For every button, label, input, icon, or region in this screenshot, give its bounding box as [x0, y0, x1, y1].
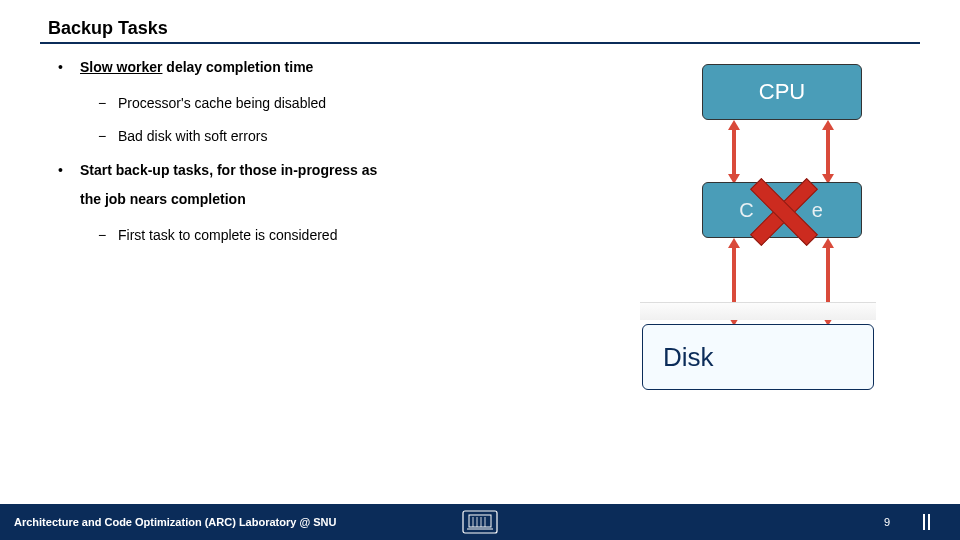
footer-lab-text: Architecture and Code Optimization (ARC)… — [14, 516, 336, 528]
bullet-dot: • — [58, 58, 80, 78]
svg-rect-0 — [463, 511, 497, 533]
dash: − — [98, 127, 118, 147]
svg-rect-1 — [469, 515, 491, 527]
bullet-dot: • — [58, 161, 80, 181]
footer-bars-icon — [923, 514, 930, 530]
title-rule — [40, 42, 920, 44]
dash: − — [98, 226, 118, 246]
sub-bullet-3: − First task to complete is considered — [98, 226, 568, 246]
disk-box: Disk — [642, 324, 874, 390]
bullet-strong: Slow worker — [80, 59, 162, 75]
bullet-rest: for those in-progress as — [213, 162, 377, 178]
sub-text: Processor's cache being disabled — [118, 94, 326, 114]
bullet-text: the job nears completion — [80, 190, 568, 210]
sub-text: Bad disk with soft errors — [118, 127, 267, 147]
slide-title: Backup Tasks — [48, 18, 168, 39]
bullet-2-cont: the job nears completion — [58, 190, 568, 210]
x-mark-icon — [740, 176, 820, 246]
bullet-rest: delay completion time — [162, 59, 313, 75]
bullet-1: • Slow worker delay completion time — [58, 58, 568, 78]
bullet-text: Slow worker delay completion time — [80, 58, 568, 78]
shelf — [640, 302, 876, 320]
sub-text: First task to complete is considered — [118, 226, 337, 246]
bullet-strong: Start back-up tasks, — [80, 162, 213, 178]
footer-bar: Architecture and Code Optimization (ARC)… — [0, 504, 960, 540]
content-area: • Slow worker delay completion time − Pr… — [58, 58, 568, 260]
diagram: CPU Ce Disk — [612, 64, 902, 394]
sub-bullet-1: − Processor's cache being disabled — [98, 94, 568, 114]
cpu-box: CPU — [702, 64, 862, 120]
bullet-text: Start back-up tasks, for those in-progre… — [80, 161, 568, 181]
dash: − — [98, 94, 118, 114]
bullet-2: • Start back-up tasks, for those in-prog… — [58, 161, 568, 181]
footer-logo-icon — [461, 509, 499, 535]
slide: Backup Tasks • Slow worker delay complet… — [0, 0, 960, 540]
sub-bullet-2: − Bad disk with soft errors — [98, 127, 568, 147]
page-number: 9 — [884, 516, 890, 528]
